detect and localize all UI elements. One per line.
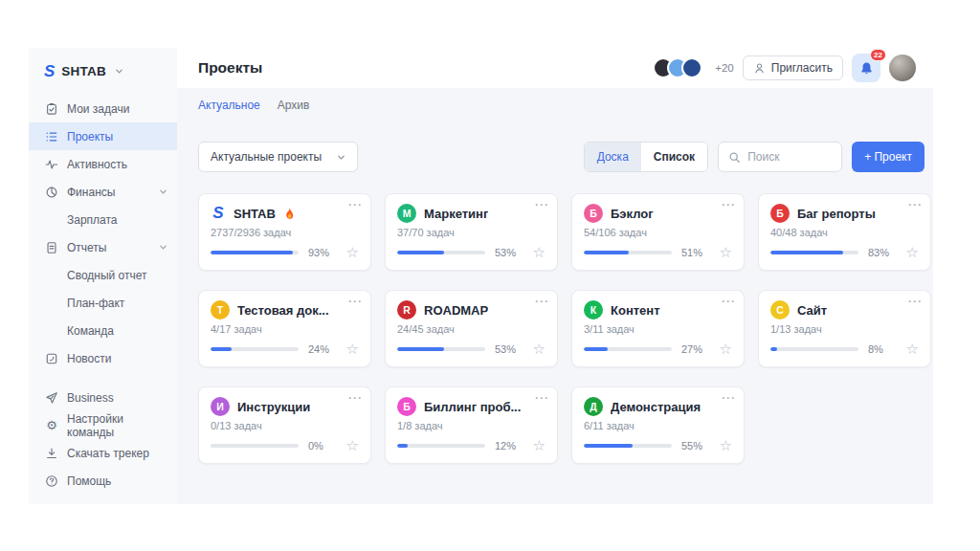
sidebar-item-новости[interactable]: Новости	[29, 344, 177, 372]
sidebar-item-отчеты[interactable]: Отчеты	[29, 233, 177, 261]
star-icon[interactable]: ☆	[720, 342, 732, 356]
project-name: Тестовая док...	[237, 303, 329, 318]
project-card[interactable]: ⋯ Б Бэклог 54/106 задач 51% ☆	[571, 193, 745, 271]
sidebar-item-сводный-отчет[interactable]: Сводный отчет	[29, 261, 177, 289]
card-menu-button[interactable]: ⋯	[907, 293, 923, 310]
notifications-button[interactable]: 22	[852, 54, 880, 82]
card-menu-button[interactable]: ⋯	[534, 389, 549, 407]
project-badge: Б	[770, 204, 790, 223]
star-icon[interactable]: ☆	[720, 438, 732, 452]
add-project-button[interactable]: + Проект	[852, 142, 924, 172]
reports-icon	[45, 241, 58, 254]
tab-актуальное[interactable]: Актуальное	[198, 99, 260, 112]
sidebar-item-план-факт[interactable]: План-факт	[29, 289, 177, 317]
progress-percent: 53%	[495, 247, 516, 258]
sidebar-item-label: Мои задачи	[67, 102, 129, 116]
invite-button[interactable]: Пригласить	[743, 55, 843, 80]
star-icon[interactable]: ☆	[906, 342, 919, 356]
chevron-down-icon	[159, 187, 167, 196]
card-menu-button[interactable]: ⋯	[347, 389, 363, 407]
progress-bar	[584, 444, 672, 448]
projects-grid: ⋯ S SHTAB 2737/2936 задач 93% ☆ ⋯ М Марк…	[198, 193, 924, 464]
card-menu-button[interactable]: ⋯	[721, 293, 736, 310]
progress-bar	[584, 251, 672, 254]
news-icon	[45, 352, 58, 365]
project-card[interactable]: ⋯ И Инструкции 0/13 задач 0% ☆	[198, 386, 371, 464]
star-icon[interactable]: ☆	[346, 438, 359, 452]
task-count: 2737/2936 задач	[211, 227, 359, 238]
sidebar-item-business[interactable]: Business	[29, 384, 177, 411]
project-card[interactable]: ⋯ С Сайт 1/13 задач 8% ☆	[758, 290, 931, 367]
project-card[interactable]: ⋯ S SHTAB 2737/2936 задач 93% ☆	[198, 193, 371, 271]
project-card[interactable]: ⋯ R ROADMAP 24/45 задач 53% ☆	[385, 290, 558, 367]
search-box[interactable]	[718, 142, 842, 172]
star-icon[interactable]: ☆	[346, 342, 359, 356]
project-card[interactable]: ⋯ Т Тестовая док... 4/17 задач 24% ☆	[198, 290, 371, 367]
member-overflow-count: +20	[715, 62, 734, 74]
sidebar-item-зарплата[interactable]: Зарплата	[29, 206, 177, 233]
fire-emoji-icon	[283, 207, 296, 220]
page-canvas: S SHTAB Мои задачиПроектыАктивностьФинан…	[0, 0, 980, 551]
workspace-switcher[interactable]: S SHTAB	[29, 57, 177, 95]
page-title: Проекты	[198, 59, 262, 77]
member-avatar-stack[interactable]	[653, 57, 702, 78]
task-count: 6/11 задач	[584, 420, 732, 431]
project-badge: К	[584, 300, 603, 320]
star-icon[interactable]: ☆	[533, 245, 546, 259]
notification-badge: 22	[870, 49, 886, 61]
sidebar-item-label: Зарплата	[67, 213, 118, 227]
business-icon	[45, 391, 58, 405]
project-badge: М	[397, 204, 416, 223]
progress-bar	[397, 347, 485, 351]
projects-icon	[45, 130, 58, 143]
app-window: S SHTAB Мои задачиПроектыАктивностьФинан…	[29, 48, 933, 504]
tab-архив[interactable]: Архив	[278, 99, 310, 112]
sidebar-item-label: Финансы	[67, 186, 115, 199]
project-name: ROADMAP	[424, 303, 488, 318]
sidebar-item-финансы[interactable]: Финансы	[29, 178, 177, 206]
project-card[interactable]: ⋯ Д Демонстрация 6/11 задач 55% ☆	[571, 386, 745, 464]
progress-bar	[770, 251, 858, 254]
star-icon[interactable]: ☆	[346, 245, 359, 259]
card-menu-button[interactable]: ⋯	[534, 293, 549, 310]
sidebar-item-мои-задачи[interactable]: Мои задачи	[29, 95, 177, 122]
star-icon[interactable]: ☆	[533, 438, 546, 452]
card-menu-button[interactable]: ⋯	[347, 196, 363, 213]
sidebar-item-скачать-трекер[interactable]: Скачать трекер	[29, 439, 177, 467]
view-board-button[interactable]: Доска	[585, 143, 641, 171]
card-menu-button[interactable]: ⋯	[534, 196, 549, 213]
progress-bar	[770, 347, 858, 351]
star-icon[interactable]: ☆	[533, 342, 546, 356]
project-card[interactable]: ⋯ К Контент 3/11 задач 27% ☆	[571, 290, 745, 367]
sidebar-item-настройки-команды[interactable]: ⚙Настройки команды	[29, 411, 177, 439]
help-icon	[45, 474, 58, 488]
sidebar-item-помощь[interactable]: Помощь	[29, 467, 177, 495]
sidebar-nav: Мои задачиПроектыАктивностьФинансыЗарпла…	[29, 95, 177, 372]
card-menu-button[interactable]: ⋯	[721, 196, 736, 213]
project-card[interactable]: ⋯ М Маркетинг 37/70 задач 53% ☆	[385, 193, 558, 271]
project-card[interactable]: ⋯ Б Биллинг проб... 1/8 задач 12% ☆	[385, 386, 558, 464]
member-avatar	[681, 57, 702, 78]
view-toggle: Доска Список	[584, 142, 708, 172]
settings-icon: ⚙	[45, 419, 58, 431]
sidebar-item-активность[interactable]: Активность	[29, 150, 177, 178]
sidebar-item-label: Проекты	[67, 130, 113, 143]
sidebar-item-команда[interactable]: Команда	[29, 317, 177, 344]
card-menu-button[interactable]: ⋯	[347, 293, 363, 310]
progress-percent: 51%	[681, 247, 702, 258]
star-icon[interactable]: ☆	[906, 245, 919, 259]
download-icon	[45, 447, 58, 460]
search-input[interactable]	[747, 150, 832, 164]
view-list-button[interactable]: Список	[641, 143, 707, 171]
projects-filter-dropdown[interactable]: Актуальные проекты	[198, 142, 358, 172]
user-avatar[interactable]	[889, 55, 916, 81]
tasks-icon	[45, 102, 58, 116]
star-icon[interactable]: ☆	[720, 245, 732, 259]
finance-icon	[45, 186, 58, 199]
card-menu-button[interactable]: ⋯	[907, 196, 923, 213]
task-count: 40/48 задач	[770, 227, 919, 238]
sidebar-item-проекты[interactable]: Проекты	[29, 122, 177, 150]
project-badge: Б	[584, 204, 603, 223]
card-menu-button[interactable]: ⋯	[721, 389, 736, 407]
project-card[interactable]: ⋯ Б Баг репорты 40/48 задач 83% ☆	[758, 193, 931, 271]
